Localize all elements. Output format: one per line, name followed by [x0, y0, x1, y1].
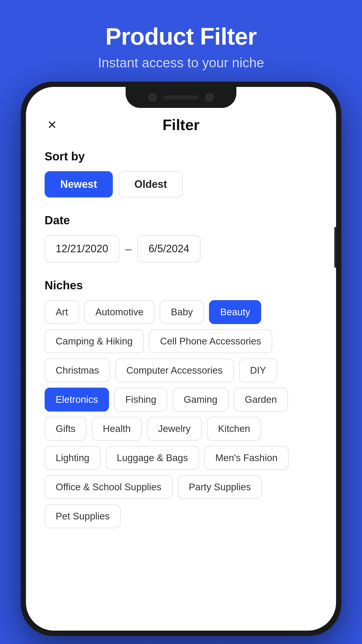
- niche-tag-baby[interactable]: Baby: [160, 300, 204, 324]
- niche-tag-luggage---bags[interactable]: Luggage & Bags: [106, 446, 199, 470]
- date-separator: –: [125, 242, 131, 256]
- niche-tag-men-s-fashion[interactable]: Men's Fashion: [204, 446, 289, 470]
- niche-tag-health[interactable]: Health: [92, 417, 142, 441]
- niche-tag-party-supplies[interactable]: Party Supplies: [178, 475, 262, 499]
- close-icon: ✕: [47, 119, 57, 131]
- niche-tag-computer-accessories[interactable]: Computer Accessories: [115, 358, 234, 382]
- niches-grid: ArtAutomotiveBabyBeautyCamping & HikingC…: [45, 300, 317, 528]
- niche-tag-diy[interactable]: DIY: [239, 358, 277, 382]
- niche-tag-eletronics[interactable]: Eletronics: [45, 388, 109, 412]
- niche-tag-jewelry[interactable]: Jewelry: [147, 417, 202, 441]
- niche-tag-lighting[interactable]: Lighting: [45, 446, 101, 470]
- notch-speaker: [164, 95, 198, 99]
- phone-notch: [126, 87, 236, 108]
- niche-tag-office---school-supplies[interactable]: Office & School Supplies: [45, 475, 173, 499]
- filter-title: Filter: [162, 116, 199, 134]
- date-inputs: 12/21/2020 – 6/5/2024: [45, 235, 317, 262]
- date-from-input[interactable]: 12/21/2020: [45, 235, 119, 262]
- close-button[interactable]: ✕: [45, 117, 60, 132]
- niche-tag-kitchen[interactable]: Kitchen: [207, 417, 261, 441]
- filter-header: ✕ Filter: [45, 116, 317, 134]
- niches-label: Niches: [45, 279, 317, 292]
- niche-tag-christmas[interactable]: Christmas: [45, 358, 110, 382]
- page-title: Product Filter: [0, 23, 362, 50]
- notch-camera: [148, 93, 157, 102]
- niche-tag-camping---hiking[interactable]: Camping & Hiking: [45, 329, 144, 353]
- side-button: [334, 227, 336, 268]
- page-subtitle: Instant access to your niche: [0, 55, 362, 71]
- niche-tag-gaming[interactable]: Gaming: [173, 388, 229, 412]
- sort-by-label: Sort by: [45, 150, 317, 163]
- sort-oldest-button[interactable]: Oldest: [119, 171, 183, 197]
- date-to-input[interactable]: 6/5/2024: [137, 235, 200, 262]
- niche-tag-art[interactable]: Art: [45, 300, 79, 324]
- phone-screen: ✕ Filter Sort by Newest Oldest Date 12/2…: [26, 87, 336, 631]
- sort-newest-button[interactable]: Newest: [45, 171, 113, 197]
- niche-tag-beauty[interactable]: Beauty: [209, 300, 261, 324]
- niche-tag-pet-supplies[interactable]: Pet Supplies: [45, 504, 121, 528]
- date-section: Date 12/21/2020 – 6/5/2024: [45, 214, 317, 262]
- niches-section: Niches ArtAutomotiveBabyBeautyCamping & …: [45, 279, 317, 528]
- notch-camera-2: [205, 93, 214, 102]
- phone-frame: ✕ Filter Sort by Newest Oldest Date 12/2…: [21, 82, 341, 636]
- date-label: Date: [45, 214, 317, 227]
- niche-tag-gifts[interactable]: Gifts: [45, 417, 87, 441]
- sort-buttons: Newest Oldest: [45, 171, 317, 197]
- niche-tag-automotive[interactable]: Automotive: [84, 300, 154, 324]
- screen-content: ✕ Filter Sort by Newest Oldest Date 12/2…: [26, 87, 336, 631]
- niche-tag-fishing[interactable]: Fishing: [114, 388, 167, 412]
- niche-tag-cell-phone-accessories[interactable]: Cell Phone Accessories: [149, 329, 272, 353]
- niche-tag-garden[interactable]: Garden: [234, 388, 288, 412]
